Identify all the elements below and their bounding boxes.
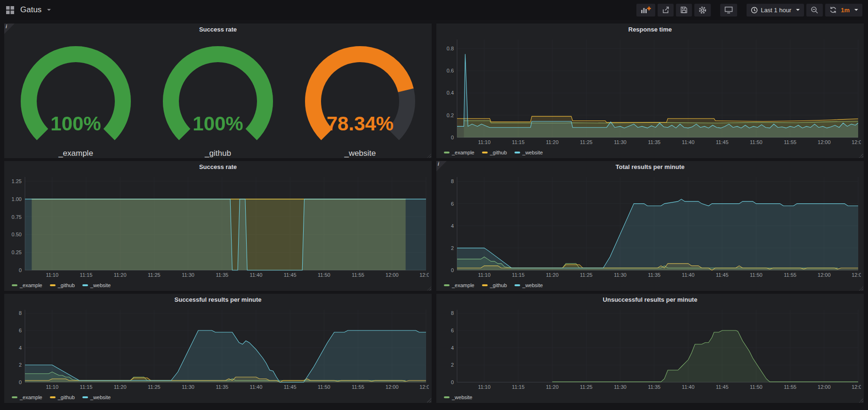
gauge-value-label: _github <box>147 149 289 158</box>
svg-text:0.50: 0.50 <box>12 232 22 237</box>
panel-title[interactable]: Success rate <box>4 161 432 173</box>
legend-label: _website <box>522 282 543 288</box>
resize-handle[interactable] <box>427 286 431 290</box>
legend-item-website[interactable]: _website <box>82 282 111 288</box>
panel-title[interactable]: Response time <box>436 24 864 36</box>
legend-swatch <box>514 152 520 153</box>
svg-text:6: 6 <box>451 328 454 333</box>
legend-swatch <box>482 284 488 286</box>
svg-text:11:50: 11:50 <box>750 272 763 278</box>
svg-text:0.25: 0.25 <box>12 249 22 255</box>
svg-text:11:40: 11:40 <box>682 139 695 145</box>
resize-handle[interactable] <box>427 153 431 158</box>
panel-info-icon[interactable]: i <box>436 161 447 171</box>
svg-text:11:10: 11:10 <box>46 272 58 278</box>
legend-item-website[interactable]: _website <box>514 282 543 288</box>
svg-text:11:55: 11:55 <box>784 384 796 390</box>
legend-swatch <box>482 152 488 153</box>
svg-text:11:50: 11:50 <box>750 384 763 390</box>
legend-item-example[interactable]: _example <box>12 282 42 288</box>
legend-item-example[interactable]: _example <box>12 394 42 400</box>
panel-title[interactable]: Success rate <box>4 24 432 36</box>
svg-text:11:30: 11:30 <box>182 384 194 390</box>
resize-handle[interactable] <box>859 153 863 158</box>
cycle-view-button[interactable] <box>720 4 737 16</box>
legend-item-website[interactable]: _website <box>514 150 543 155</box>
time-range-picker[interactable]: Last 1 hour <box>747 4 804 16</box>
add-panel-icon <box>641 6 651 14</box>
legend-item-github[interactable]: _github <box>50 282 75 288</box>
timeseries-chart: 11:1011:1511:2011:2511:3011:3511:4011:45… <box>439 173 861 280</box>
svg-text:11:45: 11:45 <box>716 384 729 390</box>
save-button[interactable] <box>676 4 692 16</box>
svg-text:11:55: 11:55 <box>352 272 364 278</box>
chart-area[interactable]: 11:1011:1511:2011:2511:3011:3511:4011:45… <box>439 173 861 280</box>
svg-text:0: 0 <box>19 379 22 385</box>
refresh-picker[interactable]: 1m <box>825 4 862 16</box>
svg-text:78.34%: 78.34% <box>327 113 394 135</box>
legend-label: _website <box>90 282 111 288</box>
resize-handle[interactable] <box>427 398 431 402</box>
panel-title[interactable]: Successful results per minute <box>4 294 432 306</box>
svg-text:11:35: 11:35 <box>648 384 660 390</box>
timeseries-chart: 11:1011:1511:2011:2511:3011:3511:4011:45… <box>7 173 429 280</box>
svg-text:0: 0 <box>451 135 454 140</box>
panel-info-icon[interactable]: i <box>4 24 15 34</box>
svg-text:1.00: 1.00 <box>12 196 22 202</box>
svg-text:0.75: 0.75 <box>12 214 22 220</box>
panel-unsuccessful-results: Unsuccessful results per minute 11:1011:… <box>436 294 864 403</box>
chevron-down-icon <box>854 9 858 11</box>
svg-text:100%: 100% <box>193 113 243 135</box>
share-button[interactable] <box>658 4 674 16</box>
legend-label: _example <box>452 282 474 288</box>
legend-swatch <box>12 396 17 398</box>
resize-handle[interactable] <box>859 398 863 402</box>
grid-icon <box>6 6 15 15</box>
panel-success-rate-series: Success rate 11:1011:1511:2011:2511:3011… <box>4 161 432 291</box>
chart-area[interactable]: 11:1011:1511:2011:2511:3011:3511:4011:45… <box>7 173 429 280</box>
legend-label: _example <box>20 282 42 288</box>
legend-item-website[interactable]: _website <box>444 394 472 400</box>
svg-text:11:20: 11:20 <box>546 384 559 390</box>
svg-text:11:40: 11:40 <box>682 384 695 390</box>
dashboard-picker[interactable]: Gatus <box>6 5 51 15</box>
svg-text:12:05: 12:05 <box>852 272 861 278</box>
svg-text:6: 6 <box>451 201 454 207</box>
refresh-icon <box>829 6 837 14</box>
chart-area[interactable]: 11:1011:1511:2011:2511:3011:3511:4011:45… <box>439 306 861 392</box>
svg-text:11:30: 11:30 <box>614 139 627 145</box>
legend-label: _github <box>490 282 507 288</box>
legend-item-github[interactable]: _github <box>482 150 507 155</box>
svg-text:12:05: 12:05 <box>419 272 429 278</box>
svg-text:8: 8 <box>451 178 454 184</box>
svg-text:11:10: 11:10 <box>478 272 490 278</box>
time-range-label: Last 1 hour <box>761 7 791 14</box>
gauge-website: 78.34%_website <box>289 44 431 158</box>
zoom-out-button[interactable] <box>806 4 823 16</box>
panel-response-time: Response time 11:1011:1511:2011:2511:301… <box>436 24 864 158</box>
legend: _example_github_website <box>444 148 543 157</box>
panel-title[interactable]: Unsuccessful results per minute <box>436 294 864 306</box>
chart-area[interactable]: 11:1011:1511:2011:2511:3011:3511:4011:45… <box>439 36 861 147</box>
gauge-value-label: _example <box>5 149 146 158</box>
svg-text:1.25: 1.25 <box>12 178 22 184</box>
chart-area[interactable]: 11:1011:1511:2011:2511:3011:3511:4011:45… <box>7 306 429 392</box>
svg-text:12:00: 12:00 <box>386 272 399 278</box>
legend-item-github[interactable]: _github <box>50 394 75 400</box>
svg-text:100%: 100% <box>50 113 101 135</box>
legend-swatch <box>82 284 88 286</box>
timeseries-chart: 11:1011:1511:2011:2511:3011:3511:4011:45… <box>439 306 861 392</box>
legend: _example_github_website <box>12 393 111 402</box>
gauge-github: 100%_github <box>147 44 289 158</box>
resize-handle[interactable] <box>859 286 863 290</box>
legend-item-website[interactable]: _website <box>82 394 111 400</box>
settings-button[interactable] <box>694 4 711 16</box>
panel-title[interactable]: Total results per minute <box>436 161 864 173</box>
svg-text:11:50: 11:50 <box>750 139 763 145</box>
svg-text:11:55: 11:55 <box>784 272 796 278</box>
clock-icon <box>751 7 758 14</box>
legend-item-example[interactable]: _example <box>444 282 474 288</box>
legend-item-example[interactable]: _example <box>444 150 474 155</box>
legend-item-github[interactable]: _github <box>482 282 507 288</box>
add-panel-button[interactable] <box>636 4 655 16</box>
